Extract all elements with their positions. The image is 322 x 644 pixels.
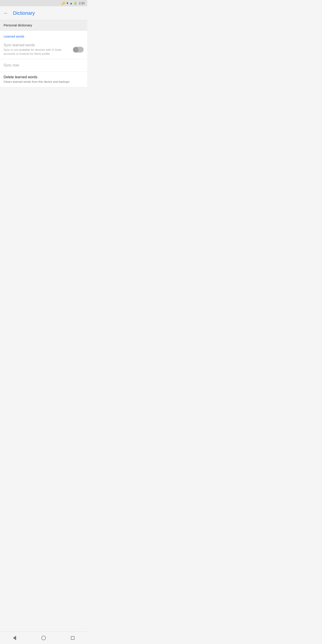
status-icons: 🔑 ▼ ▲ 🔋 2:33 xyxy=(62,2,84,5)
section-header-label: Personal dictionary xyxy=(4,23,32,27)
delete-item-subtitle: Clears learned words from this device an… xyxy=(4,80,84,84)
wifi-icon: ▼ xyxy=(66,2,69,5)
back-button[interactable]: ← xyxy=(4,10,8,16)
learned-words-category: Learned words xyxy=(0,31,87,40)
delete-learned-words-item[interactable]: Delete learned words Clears learned word… xyxy=(0,72,87,87)
sync-now-title: Sync now xyxy=(4,63,19,67)
delete-item-title: Delete learned words xyxy=(4,75,84,79)
toggle-knob xyxy=(73,47,78,52)
nav-spacer xyxy=(0,87,87,100)
status-time: 2:33 xyxy=(79,2,84,5)
battery-icon: 🔋 xyxy=(74,2,77,5)
page-title: Dictionary xyxy=(13,10,35,16)
status-bar: 🔑 ▼ ▲ 🔋 2:33 xyxy=(0,0,87,6)
settings-content: Learned words Sync learned words Sync is… xyxy=(0,31,87,87)
app-bar: ← Dictionary xyxy=(0,6,87,20)
sync-item-text: Sync learned words Sync is not available… xyxy=(4,43,73,56)
section-header: Personal dictionary xyxy=(0,20,87,31)
sync-item-title: Sync learned words xyxy=(4,43,69,47)
sync-learned-words-item[interactable]: Sync learned words Sync is not available… xyxy=(0,40,87,59)
sync-item-subtitle: Sync is not available for devices with G… xyxy=(4,48,69,56)
sync-toggle[interactable] xyxy=(73,47,84,52)
signal-icon: ▲ xyxy=(70,2,73,5)
key-icon: 🔑 xyxy=(62,2,65,5)
sync-now-item[interactable]: Sync now xyxy=(0,59,87,72)
